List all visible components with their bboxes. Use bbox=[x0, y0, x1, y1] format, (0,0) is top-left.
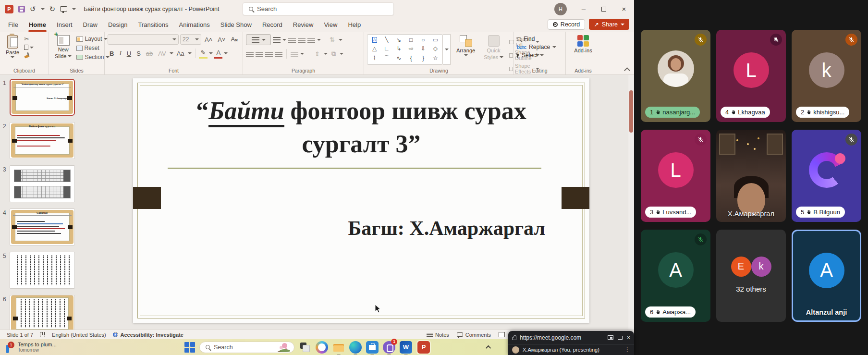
tab-home[interactable]: Home bbox=[24, 19, 51, 32]
slide-title[interactable]: “Байти фонтоор шивж сурахсургалт 3” bbox=[162, 95, 561, 160]
numbering-icon[interactable] bbox=[273, 37, 281, 43]
highlight-color-button[interactable]: ✎ bbox=[199, 48, 208, 59]
thumbnail-slide-1[interactable]: 1 “Байти фонтоор шивж сурах сургалт 3” Б… bbox=[0, 79, 83, 116]
vertical-scrollbar[interactable] bbox=[628, 75, 634, 330]
undo-caret-icon[interactable] bbox=[41, 8, 45, 10]
participant-tile[interactable]: k 2 khishigsu... bbox=[792, 30, 861, 122]
record-button[interactable]: Record bbox=[548, 19, 585, 30]
tab-slide-show[interactable]: Slide Show bbox=[215, 19, 257, 32]
tab-insert[interactable]: Insert bbox=[51, 19, 78, 32]
underline-button[interactable]: U bbox=[125, 49, 133, 58]
thumbnail-slide-6[interactable]: 6 bbox=[0, 295, 83, 330]
align-text-button[interactable]: ⇕ bbox=[313, 49, 322, 59]
minimize-button[interactable]: – bbox=[574, 0, 594, 18]
slide-thumbnail-panel[interactable]: 1 “Байти фонтоор шивж сурах сургалт 3” Б… bbox=[0, 75, 83, 330]
account-avatar[interactable]: H bbox=[554, 3, 567, 15]
addins-button[interactable]: Add-ins bbox=[569, 34, 598, 54]
thumbnail-slide-5[interactable]: 5 bbox=[0, 252, 83, 289]
slide-subtitle[interactable]: Багш: Х.Амаржаргал bbox=[348, 217, 545, 240]
tab-transitions[interactable]: Transitions bbox=[133, 19, 173, 32]
undo-icon[interactable]: ↺ bbox=[30, 5, 36, 13]
shapes-gallery-more-button[interactable] bbox=[443, 34, 451, 65]
tab-animations[interactable]: Animations bbox=[174, 19, 215, 32]
shadow-button[interactable]: S bbox=[134, 49, 143, 58]
thumbnail-slide-2[interactable]: 2 Байти фонт суулгах: bbox=[0, 122, 83, 159]
line-spacing-icon[interactable] bbox=[307, 37, 315, 43]
replace-button[interactable]: b⇄cReplace bbox=[517, 44, 562, 50]
meet-pip-window[interactable]: https://meet.google.com × Х.Амаржаргал (… bbox=[508, 331, 634, 355]
taskbar-overflow-chevron-icon[interactable] bbox=[486, 345, 491, 350]
current-slide[interactable]: “Байти фонтоор шивж сурахсургалт 3” Багш… bbox=[133, 78, 589, 323]
language-status[interactable]: English (United States) bbox=[52, 332, 106, 338]
more-participants-tile[interactable]: E k 32 others bbox=[716, 230, 786, 322]
clear-formatting-button[interactable]: A𝄪 bbox=[229, 35, 240, 44]
more-options-icon[interactable]: ⋮ bbox=[624, 346, 630, 353]
columns-icon[interactable] bbox=[291, 51, 298, 57]
participant-tile[interactable]: L 4 Lkhagvaa bbox=[716, 30, 786, 122]
start-slideshow-icon[interactable] bbox=[60, 6, 67, 12]
character-spacing-button[interactable]: AV bbox=[156, 49, 168, 58]
taskbar-weather-widget[interactable]: 1 Temps to plum... Tomorrow bbox=[4, 342, 86, 353]
tab-help[interactable]: Help bbox=[342, 19, 366, 32]
collapse-ribbon-icon[interactable] bbox=[624, 67, 630, 73]
redo-icon[interactable]: ↻ bbox=[49, 5, 56, 13]
font-color-button[interactable]: A bbox=[214, 48, 222, 59]
notes-button[interactable]: Notes bbox=[427, 332, 449, 338]
new-slide-button[interactable]: New Slide bbox=[52, 34, 74, 67]
scrollbar-thumb[interactable] bbox=[629, 90, 633, 133]
align-right-icon[interactable] bbox=[265, 51, 273, 57]
decrease-indent-icon[interactable] bbox=[288, 37, 296, 43]
slide-canvas[interactable]: “Байти фонтоор шивж сурахсургалт 3” Багш… bbox=[83, 75, 627, 330]
tab-view[interactable]: View bbox=[318, 19, 342, 32]
save-icon[interactable] bbox=[18, 6, 25, 12]
microsoft-store-button[interactable] bbox=[366, 341, 379, 354]
text-direction-button[interactable]: ⇅ bbox=[328, 35, 337, 44]
shrink-font-button[interactable]: A˅ bbox=[216, 35, 227, 44]
normal-view-button[interactable] bbox=[499, 332, 505, 337]
bold-button[interactable]: B bbox=[108, 49, 116, 58]
tab-review[interactable]: Review bbox=[288, 19, 319, 32]
participant-tile[interactable]: L 3 Luvsand... bbox=[641, 130, 710, 222]
participant-tile[interactable]: 1 nasanjarg... bbox=[641, 30, 710, 122]
customize-qat-caret-icon[interactable] bbox=[72, 8, 76, 10]
tab-record[interactable]: Record bbox=[257, 19, 288, 32]
file-explorer-button[interactable] bbox=[332, 341, 345, 354]
viber-button[interactable]: 1 bbox=[383, 341, 395, 354]
cut-button[interactable]: ✂ bbox=[24, 36, 34, 42]
grow-font-button[interactable]: A˄ bbox=[203, 35, 214, 44]
tab-draw[interactable]: Draw bbox=[78, 19, 103, 32]
align-center-icon[interactable] bbox=[256, 51, 263, 57]
paste-button[interactable]: Paste bbox=[3, 34, 22, 67]
strikethrough-button[interactable]: ab bbox=[144, 49, 155, 58]
accessibility-status[interactable]: ♿Accessibility: Investigate bbox=[113, 332, 183, 338]
bullets-button[interactable] bbox=[246, 34, 271, 45]
maximize-button[interactable] bbox=[594, 0, 614, 18]
start-button[interactable] bbox=[184, 342, 195, 353]
font-name-combo[interactable] bbox=[108, 34, 179, 45]
copilot-button[interactable] bbox=[316, 341, 328, 354]
justify-icon[interactable] bbox=[275, 51, 282, 57]
shapes-gallery[interactable]: A ╲ ↘ □ ○ ▭ △ ∟ ↳ ⇨ ⇩ ◇ ⌇ ⌒ ∿ bbox=[367, 34, 443, 65]
smartart-button[interactable]: ⧉ bbox=[330, 49, 338, 59]
arrange-button[interactable]: Arrange bbox=[453, 34, 478, 67]
word-button[interactable]: W bbox=[400, 341, 412, 354]
thumbnail-slide-4[interactable]: 4 Санамж: bbox=[0, 208, 83, 245]
find-button[interactable]: Find bbox=[517, 36, 562, 42]
comments-button[interactable]: Comments bbox=[457, 332, 491, 338]
thumbnail-slide-3[interactable]: 3 bbox=[0, 165, 83, 202]
participant-video-tile[interactable]: Х.Амаржаргал bbox=[716, 130, 786, 222]
edge-browser-button[interactable] bbox=[349, 341, 362, 354]
tab-file[interactable]: File bbox=[3, 19, 24, 32]
active-speaker-tile[interactable]: A Altanzul anji bbox=[792, 230, 861, 322]
align-left-icon[interactable] bbox=[246, 51, 254, 57]
format-painter-button[interactable] bbox=[24, 52, 34, 58]
increase-indent-icon[interactable] bbox=[298, 37, 306, 43]
task-view-button[interactable] bbox=[299, 341, 311, 354]
pip-close-icon[interactable]: × bbox=[627, 334, 630, 341]
italic-button[interactable]: I bbox=[117, 49, 123, 58]
quick-styles-button[interactable]: Quick Styles bbox=[481, 34, 506, 67]
spellcheck-button[interactable] bbox=[40, 332, 45, 337]
share-button[interactable]: ↗ Share bbox=[589, 19, 629, 30]
taskbar-search[interactable]: Search bbox=[199, 342, 294, 353]
participant-tile[interactable]: 5 B Bilguun bbox=[792, 130, 861, 222]
